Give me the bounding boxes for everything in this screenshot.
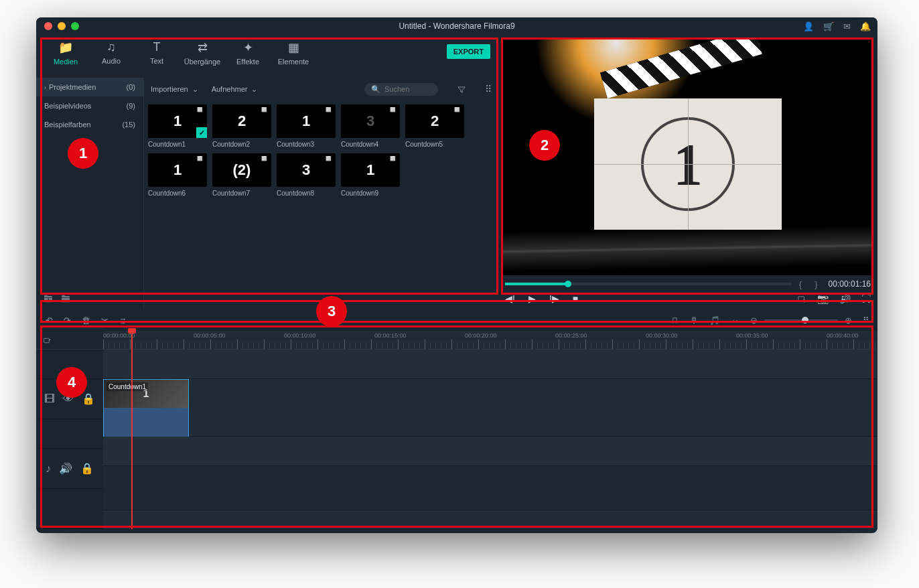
filmstrip-icon: ▦ <box>196 106 204 113</box>
track-spacer <box>103 350 877 379</box>
preview-frame[interactable]: 1 <box>502 38 873 275</box>
filmstrip-icon: ▦ <box>196 155 204 161</box>
add-track-icon[interactable] <box>43 335 52 345</box>
redo-icon[interactable]: ↷ <box>64 315 71 325</box>
marker-icon[interactable] <box>670 315 679 325</box>
track-spacer <box>103 510 877 533</box>
lock-icon[interactable]: 🔒 <box>80 462 94 475</box>
media-thumb[interactable]: 2▦Countdown2 <box>212 104 271 148</box>
category-tab-übergänge[interactable]: ⇄Übergänge <box>180 40 225 66</box>
preview-progress[interactable] <box>505 283 791 285</box>
audio-mixer-icon[interactable]: 🎵 <box>709 315 720 325</box>
delete-icon[interactable]: 🗑 <box>82 315 90 325</box>
timeline-ruler[interactable]: 00:00:00:0000:00:05:0000:00:10:0000:00:1… <box>103 331 877 350</box>
media-panel: 📁Medien♫AudioTText⇄Übergänge✦Effekte▦Ele… <box>36 35 498 309</box>
media-thumb[interactable]: 2▦Countdown5 <box>405 104 464 148</box>
thumb-label: Countdown2 <box>212 141 271 148</box>
delete-folder-icon[interactable] <box>60 292 71 304</box>
ruler-label: 00:00:40:00 <box>827 332 859 339</box>
filmstrip-icon: ▦ <box>324 155 333 161</box>
zoom-out-icon[interactable]: ⊖ <box>750 315 758 325</box>
stop-button[interactable]: ■ <box>573 293 578 304</box>
import-dropdown[interactable]: Importieren⌄ <box>151 85 198 94</box>
media-thumb[interactable]: 3▦Countdown4 <box>341 104 400 148</box>
chevron-right-icon: › <box>44 84 46 91</box>
timeline-clip[interactable]: Countdown1 <box>103 379 189 437</box>
category-tab-elemente[interactable]: ▦Elemente <box>271 40 316 66</box>
search-input[interactable] <box>384 85 431 93</box>
step-back-button[interactable]: ◀I <box>505 293 515 304</box>
account-icon[interactable]: 👤 <box>803 21 814 31</box>
media-thumb[interactable]: 1▦✓Countdown1 <box>148 104 207 148</box>
step-forward-button[interactable]: I▶ <box>549 293 559 304</box>
record-dropdown[interactable]: Aufnehmer⌄ <box>212 85 258 94</box>
notification-icon[interactable]: 🔔 <box>860 21 871 31</box>
mute-icon[interactable]: 🔊 <box>59 462 72 475</box>
sidebar-item[interactable]: Beispielfarben(15) <box>36 115 143 134</box>
ruler-label: 00:00:30:00 <box>646 332 678 339</box>
preview-panel: 1 { } 00:00:01:16 ◀I ▶ I▶ ■ <box>498 35 877 309</box>
playhead[interactable] <box>131 331 133 529</box>
media-thumb[interactable]: 1▦Countdown6 <box>148 153 207 197</box>
mail-icon[interactable]: ✉ <box>843 21 851 31</box>
category-tabs: 📁Medien♫AudioTText⇄Übergänge✦Effekte▦Ele… <box>36 35 498 78</box>
search-field[interactable]: 🔍 <box>364 83 438 96</box>
thumb-label: Countdown5 <box>405 141 464 148</box>
category-tab-medien[interactable]: 📁Medien <box>43 40 88 66</box>
video-track[interactable]: Countdown1 <box>103 379 877 437</box>
export-button[interactable]: EXPORT <box>447 44 490 59</box>
titlebar: Untitled - Wondershare Filmora9 👤 🛒 ✉ 🔔 <box>36 17 877 35</box>
filter-icon[interactable] <box>457 84 466 94</box>
track-manager-icon[interactable]: ⠿ <box>863 315 868 325</box>
volume-icon[interactable]: 🔊 <box>839 293 851 304</box>
sidebar-item[interactable]: ›Projektmedien(0) <box>36 78 143 96</box>
play-button[interactable]: ▶ <box>528 293 536 304</box>
annotation-3: 3 <box>316 296 347 327</box>
cart-icon[interactable]: 🛒 <box>823 21 834 31</box>
category-label: Audio <box>102 57 121 65</box>
view-options-icon[interactable]: ⠿ <box>485 84 492 94</box>
count-badge: (15) <box>122 121 135 129</box>
chevron-down-icon: ⌄ <box>192 85 198 94</box>
media-thumb[interactable]: 1▦Countdown3 <box>277 104 336 148</box>
category-icon: ♫ <box>107 40 116 54</box>
snapshot-icon[interactable]: 📷 <box>817 293 829 304</box>
timecode: 00:00:01:16 <box>829 279 871 289</box>
category-tab-effekte[interactable]: ✦Effekte <box>225 40 271 66</box>
timeline: 🎞 👁 🔒 ♪ 🔊 🔒 00:00:00:0000:00:05:0000:00:… <box>36 331 877 529</box>
undo-icon[interactable]: ↶ <box>46 315 53 325</box>
display-settings-icon[interactable] <box>797 293 806 304</box>
zoom-control: ⊖ ⊕ <box>750 315 852 325</box>
split-icon[interactable]: ✂ <box>101 315 109 325</box>
category-tab-audio[interactable]: ♫Audio <box>88 40 134 65</box>
category-label: Effekte <box>236 58 259 66</box>
filmstrip-icon[interactable]: 🎞 <box>44 393 55 405</box>
media-grid: 1▦✓Countdown12▦Countdown21▦Countdown33▦C… <box>144 100 498 201</box>
mark-in-out[interactable]: { } <box>799 279 821 289</box>
adjust-icon[interactable] <box>119 315 128 325</box>
new-folder-icon[interactable] <box>43 292 54 304</box>
voiceover-icon[interactable]: 🎙 <box>690 315 699 325</box>
zoom-in-icon[interactable]: ⊕ <box>845 315 852 325</box>
search-icon: 🔍 <box>371 85 380 94</box>
category-icon: ✦ <box>243 40 253 55</box>
category-tab-text[interactable]: TText <box>134 40 180 65</box>
fit-timeline-icon[interactable]: ↔ <box>731 315 739 325</box>
music-note-icon[interactable]: ♪ <box>46 463 51 475</box>
svg-point-2 <box>124 318 125 319</box>
ruler-label: 00:00:10:00 <box>284 332 316 339</box>
media-thumb[interactable]: 1▦Countdown9 <box>341 153 400 197</box>
app-window: Untitled - Wondershare Filmora9 👤 🛒 ✉ 🔔 … <box>36 17 877 533</box>
media-thumb[interactable]: (2)▦Countdown7 <box>212 153 271 197</box>
media-thumb[interactable]: 3▦Countdown8 <box>277 153 336 197</box>
zoom-slider[interactable] <box>764 319 838 321</box>
lock-icon[interactable]: 🔒 <box>82 392 95 405</box>
thumb-label: Countdown4 <box>341 141 400 148</box>
audio-track-head: ♪ 🔊 🔒 <box>36 449 103 489</box>
sidebar-item[interactable]: Beispielvideos(9) <box>36 96 143 115</box>
audio-track[interactable] <box>103 466 877 510</box>
category-label: Elemente <box>278 58 309 66</box>
ruler-label: 00:00:15:00 <box>374 332 407 339</box>
filmstrip-icon: ▦ <box>388 106 397 113</box>
fullscreen-icon[interactable]: ⛶ <box>861 293 871 304</box>
